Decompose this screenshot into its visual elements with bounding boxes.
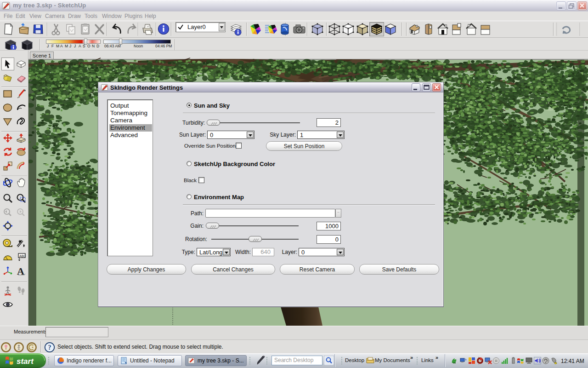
svg-text:?: ? xyxy=(48,344,51,351)
svg-text:ABC: ABC xyxy=(19,254,26,258)
svg-text:start: start xyxy=(17,357,34,366)
svg-text:A: A xyxy=(17,265,24,276)
